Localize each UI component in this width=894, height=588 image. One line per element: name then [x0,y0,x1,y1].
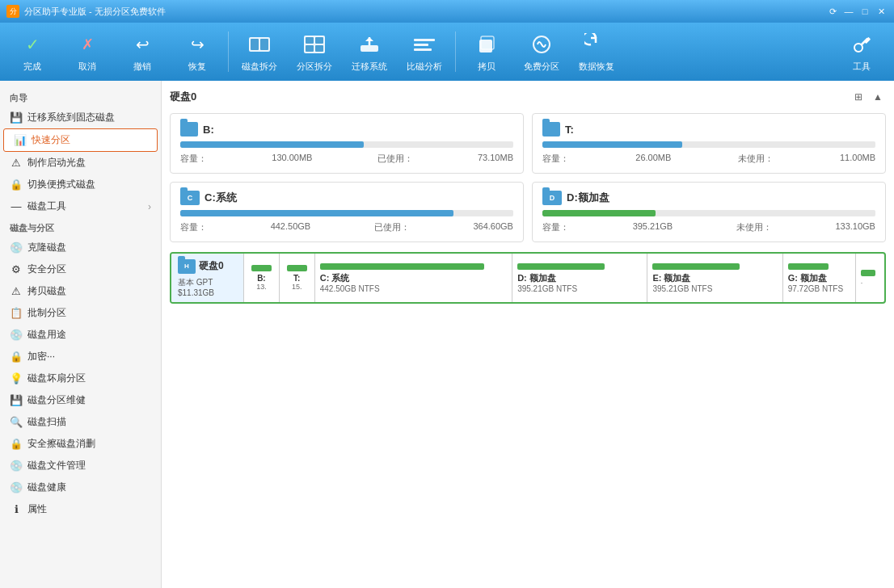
convert-disk-icon: 💾 [10,394,23,407]
toolbar-cancel-btn[interactable]: ✗ 取消 [61,26,113,78]
sidebar-item-bad-sector[interactable]: 💡 磁盘坏扇分区 [0,368,161,389]
toolbar-copy-label: 拷贝 [478,61,495,73]
toolbar-partition-wizard-label: 分区拆分 [297,61,332,73]
partition-d-used: 133.10GB [835,221,875,233]
partition-card-t[interactable]: T: 容量： 26.00MB 未使用： 11.00MB [532,113,886,174]
maximize-btn[interactable]: □ [858,5,871,18]
sidebar-item-convert-disk-label: 磁盘分区维健 [27,393,86,407]
toolbar-partition-wizard-btn[interactable]: 分区拆分 [289,26,340,78]
title-bar: 分 分区助手专业版 - 无损分区免费软件 ⟳ — □ ✕ [0,0,894,23]
toolbar-restore-btn[interactable]: 数据恢复 [571,26,622,78]
toolbar-compare-label: 比磁分析 [407,61,442,73]
header-grid-btn[interactable]: ⊞ [850,89,867,105]
partition-c-used: 364.60GB [473,221,513,233]
partition-b-used-label: 已使用： [377,153,413,165]
sidebar-item-encrypt-label: 加密··· [27,350,55,363]
disk-map-bar-b [251,265,272,271]
sidebar-item-encrypt[interactable]: 🔒 加密··· [0,346,161,368]
sidebar-item-about[interactable]: ℹ 属性 [0,498,161,520]
disk-map-part-d[interactable]: D: 额加盘 395.21GB NTFS [512,254,647,302]
toolbar-sep-1 [228,32,229,72]
confirm-icon: ✓ [19,32,45,57]
toolbar-sep-2 [455,32,456,72]
partition-card-d[interactable]: D D:额加盘 容量： 395.21GB 未使用： 133.10GB [532,182,886,242]
disk-map-name-b: B: [257,274,266,283]
sidebar-item-file-recovery[interactable]: 💿 磁盘文件管理 [0,455,161,477]
toolbar-free-btn[interactable]: 免费分区 [516,26,567,78]
sidebar-item-disk-usage[interactable]: 💿 磁盘用途 [0,324,161,346]
svg-rect-9 [414,39,435,41]
app-title: 分区助手专业版 - 无损分区免费软件 [24,6,166,18]
toolbar-restore-label: 数据恢复 [579,61,614,73]
sidebar-item-about-label: 属性 [27,502,47,516]
partition-t-capacity-label: 容量： [542,153,569,165]
sidebar-item-portable[interactable]: 🔒 切换便携式磁盘 [0,174,161,195]
resize-icon: 📊 [14,134,27,147]
safe-zone-icon: ⚙ [10,263,23,276]
sidebar-item-disk-copy-label: 迁移系统到固态磁盘 [27,111,115,124]
partition-b-header: B: [180,122,513,136]
refresh-btn[interactable]: ⟳ [826,5,839,18]
toolbar-compare-btn[interactable]: 比磁分析 [399,26,450,78]
toolbar-disk-wizard-label: 磁盘拆分 [242,61,277,73]
partition-b-used: 73.10MB [478,153,513,165]
partition-t-header: T: [542,122,875,136]
migrate-icon [356,32,382,57]
disk-map-part-c[interactable]: C: 系统 442.50GB NTFS [315,254,512,302]
svg-rect-5 [315,37,323,44]
sidebar-item-resize[interactable]: 📊 快速分区 [3,128,158,152]
sidebar-item-manage-partition[interactable]: 📋 批制分区 [0,302,161,324]
disk-title: 硬盘0 [170,90,196,104]
copy-disk-icon: ⚠ [10,285,23,298]
disk-map-part-g[interactable]: G: 额加盘 97.72GB NTFS [783,254,856,302]
disk-header-icons[interactable]: ⊞ ▲ [850,89,886,105]
partition-t-bar-container [542,141,875,148]
sidebar-item-disk-health[interactable]: 💿 磁盘健康 [0,477,161,498]
sidebar-item-copy-disk[interactable]: ⚠ 拷贝磁盘 [0,280,161,302]
sidebar-item-safe-zone[interactable]: ⚙ 安全分区 [0,258,161,280]
disk-map-size-e: 395.21GB NTFS [652,284,777,293]
disk-map-part-last[interactable]: · [856,254,884,302]
partition-b-name: B: [203,124,214,136]
disk-map-name-c: C: 系统 [320,272,507,284]
header-expand-btn[interactable]: ▲ [870,89,886,105]
toolbar-undo-btn[interactable]: ↩ 撤销 [116,26,168,78]
disk-map-sublabel2: $11.31GB [178,288,214,297]
toolbar-disk-wizard-btn[interactable]: 磁盘拆分 [234,26,285,78]
disk-map-part-e[interactable]: E: 额加盘 395.21GB NTFS [647,254,782,302]
title-bar-controls[interactable]: ⟳ — □ ✕ [826,5,888,18]
partition-c-used-label: 已使用： [374,221,410,233]
partition-d-name: D:额加盘 [567,191,609,205]
partition-card-c[interactable]: C C:系统 容量： 442.50GB 已使用： 364.60GB [170,182,524,242]
partition-b-capacity-label: 容量： [180,153,207,165]
partition-b-bar [180,141,364,148]
sidebar-item-more-tools[interactable]: — 磁盘工具 [0,195,161,217]
disk-map-part-t[interactable]: T: 15. [280,254,315,302]
sidebar-item-convert-disk[interactable]: 💾 磁盘分区维健 [0,389,161,411]
svg-rect-4 [306,37,314,44]
partition-c-capacity: 442.50GB [271,221,311,233]
sidebar-item-disk-copy[interactable]: 💾 迁移系统到固态磁盘 [0,107,161,128]
toolbar-confirm-btn[interactable]: ✓ 完成 [6,26,58,78]
sidebar-item-clone-disk[interactable]: 💿 克隆磁盘 [0,237,161,258]
partition-card-b[interactable]: B: 容量： 130.00MB 已使用： 73.10MB [170,113,524,174]
partitions-grid: B: 容量： 130.00MB 已使用： 73.10MB [170,113,886,242]
toolbar: ✓ 完成 ✗ 取消 ↩ 撤销 ↪ 恢复 磁盘拆分 分区拆分 迁移系统 比磁分析 [0,23,894,81]
partition-t-used-label: 未使用： [738,153,774,165]
partition-b-capacity: 130.00MB [272,153,312,165]
disk-map[interactable]: H 硬盘0 基本 GPT $11.31GB B: 13. [170,252,886,304]
toolbar-migrate-btn[interactable]: 迁移系统 [344,26,395,78]
sidebar-item-disk-surface[interactable]: 🔍 磁盘扫描 [0,411,161,433]
svg-rect-7 [315,45,323,52]
toolbar-redo-btn[interactable]: ↪ 恢复 [171,26,223,78]
toolbar-tools-btn[interactable]: 工具 [836,26,888,78]
sidebar-item-bootable[interactable]: ⚠ 制作启动光盘 [0,152,161,174]
toolbar-copy-btn[interactable]: 拷贝 [461,26,512,78]
sidebar-item-security-wipe[interactable]: 🔒 安全擦磁盘消删 [0,433,161,455]
close-btn[interactable]: ✕ [875,5,888,18]
disk-map-part-b[interactable]: B: 13. [244,254,280,302]
svg-rect-11 [414,48,432,51]
minimize-btn[interactable]: — [842,5,855,18]
partition-c-name: C:系统 [205,191,237,205]
partition-d-bar-container [542,210,875,216]
